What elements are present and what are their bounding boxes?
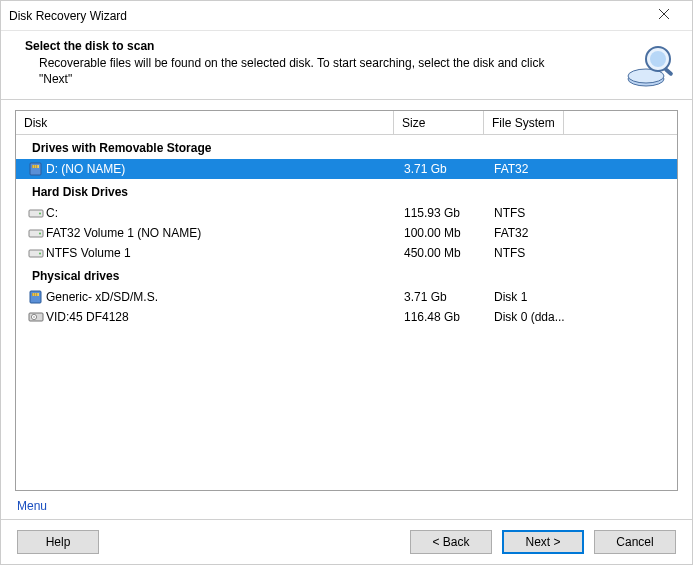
svg-rect-18 [30,291,41,303]
next-button[interactable]: Next > [502,530,584,554]
svg-point-15 [39,233,41,235]
column-spacer [564,111,677,134]
hdd-icon [26,311,46,323]
back-button[interactable]: < Back [410,530,492,554]
window-title: Disk Recovery Wizard [9,9,127,23]
disk-name: VID:45 DF4128 [46,310,129,324]
disk-name: D: (NO NAME) [46,162,125,176]
card-icon [26,162,46,176]
table-row[interactable]: NTFS Volume 1450.00 MbNTFS [16,243,677,263]
group-header: Drives with Removable Storage [16,135,677,159]
magnifier-disk-icon [624,43,676,91]
disk-size: 450.00 Mb [396,246,486,260]
column-file-system[interactable]: File System [484,111,564,134]
table-header: Disk Size File System [16,111,677,135]
disk-size: 3.71 Gb [396,290,486,304]
disk-name: Generic- xD/SD/M.S. [46,290,158,304]
group-header: Physical drives [16,263,677,287]
header-title: Select the disk to scan [25,39,624,53]
disk-size: 115.93 Gb [396,206,486,220]
titlebar: Disk Recovery Wizard [1,1,692,31]
disk-table: Disk Size File System Drives with Remova… [15,110,678,491]
disk-filesystem: Disk 0 (dda... [486,310,566,324]
disk-name: NTFS Volume 1 [46,246,131,260]
svg-rect-20 [32,293,33,296]
svg-rect-22 [36,293,37,296]
wizard-header: Select the disk to scan Recoverable file… [1,31,692,95]
cancel-button[interactable]: Cancel [594,530,676,554]
disk-filesystem: FAT32 [486,226,566,240]
disk-filesystem: FAT32 [486,162,566,176]
disk-size: 100.00 Mb [396,226,486,240]
table-row[interactable]: FAT32 Volume 1 (NO NAME)100.00 MbFAT32 [16,223,677,243]
disk-filesystem: NTFS [486,246,566,260]
header-subtitle: Recoverable files will be found on the s… [25,55,565,87]
svg-rect-11 [36,165,37,168]
svg-rect-7 [30,163,41,175]
svg-rect-6 [663,67,673,76]
column-size[interactable]: Size [394,111,484,134]
menu-link[interactable]: Menu [15,491,49,519]
table-row[interactable]: Generic- xD/SD/M.S.3.71 GbDisk 1 [16,287,677,307]
svg-rect-21 [34,293,35,296]
footer: Help < Back Next > Cancel [1,520,692,564]
disk-filesystem: NTFS [486,206,566,220]
disk-size: 3.71 Gb [396,162,486,176]
svg-point-13 [39,213,41,215]
group-header: Hard Disk Drives [16,179,677,203]
svg-rect-10 [34,165,35,168]
drive-icon [26,247,46,259]
svg-point-25 [33,316,35,318]
disk-size: 116.48 Gb [396,310,486,324]
svg-point-5 [650,51,666,67]
separator [1,99,692,100]
help-button[interactable]: Help [17,530,99,554]
table-row[interactable]: C:115.93 GbNTFS [16,203,677,223]
disk-name: C: [46,206,58,220]
svg-point-17 [39,253,41,255]
disk-filesystem: Disk 1 [486,290,566,304]
disk-name: FAT32 Volume 1 (NO NAME) [46,226,201,240]
svg-rect-9 [32,165,33,168]
close-button[interactable] [644,2,684,30]
table-row[interactable]: VID:45 DF4128116.48 GbDisk 0 (dda... [16,307,677,327]
table-row[interactable]: D: (NO NAME)3.71 GbFAT32 [16,159,677,179]
drive-icon [26,207,46,219]
drive-icon [26,227,46,239]
card-icon [26,290,46,304]
close-icon [658,8,670,23]
column-disk[interactable]: Disk [16,111,394,134]
